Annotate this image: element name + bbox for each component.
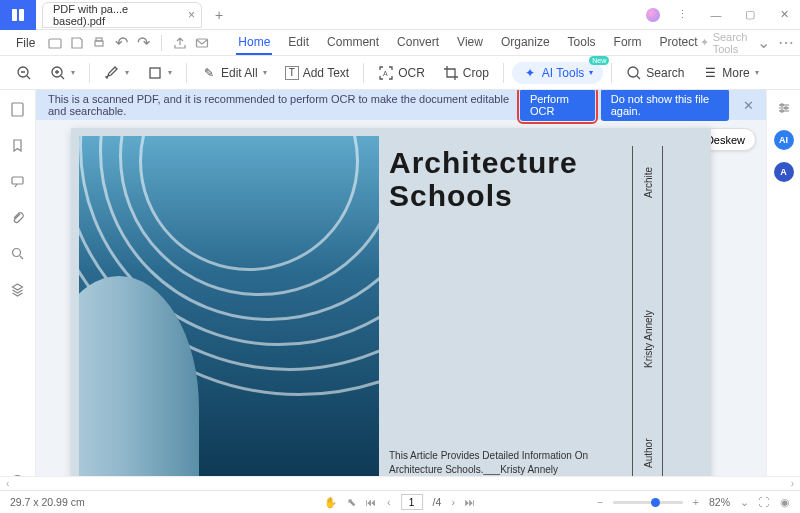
tab-convert[interactable]: Convert xyxy=(395,31,441,55)
hand-tool-icon[interactable]: ✋ xyxy=(324,496,337,509)
more-button[interactable]: ☰More▾ xyxy=(696,62,764,84)
ocr-icon: A xyxy=(378,65,394,81)
zoom-out-status-icon[interactable]: − xyxy=(597,496,603,508)
ai-orb-icon[interactable] xyxy=(642,1,664,29)
page-number-input[interactable] xyxy=(401,494,423,510)
share-icon[interactable] xyxy=(172,35,188,51)
svg-rect-0 xyxy=(12,9,17,21)
svg-point-16 xyxy=(784,107,786,109)
print-icon[interactable] xyxy=(91,35,107,51)
maximize-button[interactable]: ▢ xyxy=(734,1,766,29)
zoom-in-icon xyxy=(50,65,66,81)
zoom-in-status-icon[interactable]: + xyxy=(693,496,699,508)
zoom-in-button[interactable]: ▾ xyxy=(44,62,81,84)
properties-icon[interactable] xyxy=(774,98,794,118)
page-total: /4 xyxy=(433,496,442,508)
svg-text:A: A xyxy=(383,70,388,77)
scroll-right-icon[interactable]: › xyxy=(791,478,794,489)
side-label-archite: Archite xyxy=(643,167,654,198)
file-menu[interactable]: File xyxy=(8,34,43,52)
app-logo-icon[interactable] xyxy=(0,0,36,30)
tab-view[interactable]: View xyxy=(455,31,485,55)
document-viewport: This is a scanned PDF, and it is recomme… xyxy=(36,90,766,490)
menubar: File ↶ ↷ Home Edit Comment Convert View … xyxy=(0,30,800,56)
email-icon[interactable] xyxy=(194,35,210,51)
left-sidebar xyxy=(0,90,36,490)
edit-all-button[interactable]: ✎Edit All▾ xyxy=(195,62,273,84)
highlight-button[interactable]: ▾ xyxy=(98,62,135,84)
svg-point-15 xyxy=(780,104,782,106)
select-tool-icon[interactable]: ⬉ xyxy=(347,496,356,508)
tab-form[interactable]: Form xyxy=(612,31,644,55)
svg-point-17 xyxy=(780,110,782,112)
svg-point-13 xyxy=(13,248,21,256)
reading-mode-icon[interactable]: ◉ xyxy=(780,496,790,508)
perform-ocr-button[interactable]: Perform OCR xyxy=(520,90,595,121)
zoom-percent: 82% xyxy=(709,496,730,508)
close-banner-icon[interactable]: ✕ xyxy=(743,98,754,113)
banner-message: This is a scanned PDF, and it is recomme… xyxy=(48,93,520,117)
svg-rect-12 xyxy=(12,177,23,184)
open-icon[interactable] xyxy=(47,35,63,51)
svg-rect-2 xyxy=(49,39,61,48)
svg-rect-11 xyxy=(12,103,23,116)
prev-page-icon[interactable]: ‹ xyxy=(387,496,391,508)
horizontal-scrollbar[interactable]: ‹ › xyxy=(0,476,800,490)
ocr-button[interactable]: AOCR xyxy=(372,62,431,84)
svg-rect-3 xyxy=(95,41,103,46)
layers-icon[interactable] xyxy=(9,280,27,298)
tab-comment[interactable]: Comment xyxy=(325,31,381,55)
fit-width-icon[interactable]: ⛶ xyxy=(759,496,770,508)
home-toolbar: ▾ ▾ ▾ ✎Edit All▾ TAdd Text AOCR Crop ✦AI… xyxy=(0,56,800,90)
comments-icon[interactable] xyxy=(9,172,27,190)
search-tools-input[interactable]: ✦ Search Tools xyxy=(700,31,748,55)
zoom-slider[interactable] xyxy=(613,501,683,504)
tab-edit[interactable]: Edit xyxy=(286,31,311,55)
last-page-icon[interactable]: ⏭ xyxy=(465,496,476,508)
attachments-icon[interactable] xyxy=(9,208,27,226)
scroll-left-icon[interactable]: ‹ xyxy=(6,478,9,489)
ribbon-options-icon[interactable]: ⋯ xyxy=(778,33,794,52)
new-tab-button[interactable]: + xyxy=(208,7,230,23)
svg-point-10 xyxy=(628,67,638,77)
tab-protect[interactable]: Protect xyxy=(658,31,700,55)
document-tab[interactable]: PDF with pa...e based).pdf × xyxy=(42,2,202,28)
svg-rect-1 xyxy=(19,9,24,21)
first-page-icon[interactable]: ⏮ xyxy=(366,496,377,508)
tab-home[interactable]: Home xyxy=(236,31,272,55)
next-page-icon[interactable]: › xyxy=(451,496,455,508)
hide-banner-button[interactable]: Do not show this file again. xyxy=(601,90,729,121)
square-icon xyxy=(147,65,163,81)
add-text-button[interactable]: TAdd Text xyxy=(279,63,355,83)
text-icon: T xyxy=(285,66,299,80)
save-icon[interactable] xyxy=(69,35,85,51)
undo-icon[interactable]: ↶ xyxy=(113,35,129,51)
tab-tools[interactable]: Tools xyxy=(566,31,598,55)
thumbnails-icon[interactable] xyxy=(9,100,27,118)
search-panel-icon[interactable] xyxy=(9,244,27,262)
redo-icon[interactable]: ↷ xyxy=(135,35,151,51)
new-badge: New xyxy=(589,56,609,65)
shape-button[interactable]: ▾ xyxy=(141,62,178,84)
search-button[interactable]: Search xyxy=(620,62,690,84)
kebab-menu-icon[interactable]: ⋮ xyxy=(666,1,698,29)
ai-assistant-icon[interactable]: AI xyxy=(774,130,794,150)
side-label-author: Author xyxy=(643,439,654,468)
collapse-ribbon-icon[interactable]: ⌄ xyxy=(757,33,770,52)
zoom-dropdown-icon[interactable]: ⌄ xyxy=(740,496,749,508)
right-sidebar: AI A xyxy=(766,90,800,490)
word-export-icon[interactable]: A xyxy=(774,162,794,182)
pencil-icon: ✎ xyxy=(201,65,217,81)
ai-tools-button[interactable]: ✦AI Tools▾New xyxy=(512,62,603,84)
minimize-button[interactable]: — xyxy=(700,1,732,29)
close-window-button[interactable]: ✕ xyxy=(768,1,800,29)
pdf-page[interactable]: Architecture Schools This Article Provid… xyxy=(71,128,711,490)
ribbon-tabs: Home Edit Comment Convert View Organize … xyxy=(236,31,699,55)
ocr-banner: This is a scanned PDF, and it is recomme… xyxy=(36,90,766,120)
tab-organize[interactable]: Organize xyxy=(499,31,552,55)
bookmarks-icon[interactable] xyxy=(9,136,27,154)
page-dimensions: 29.7 x 20.99 cm xyxy=(10,496,85,508)
zoom-out-button[interactable] xyxy=(10,62,38,84)
close-tab-icon[interactable]: × xyxy=(188,8,195,22)
crop-button[interactable]: Crop xyxy=(437,62,495,84)
